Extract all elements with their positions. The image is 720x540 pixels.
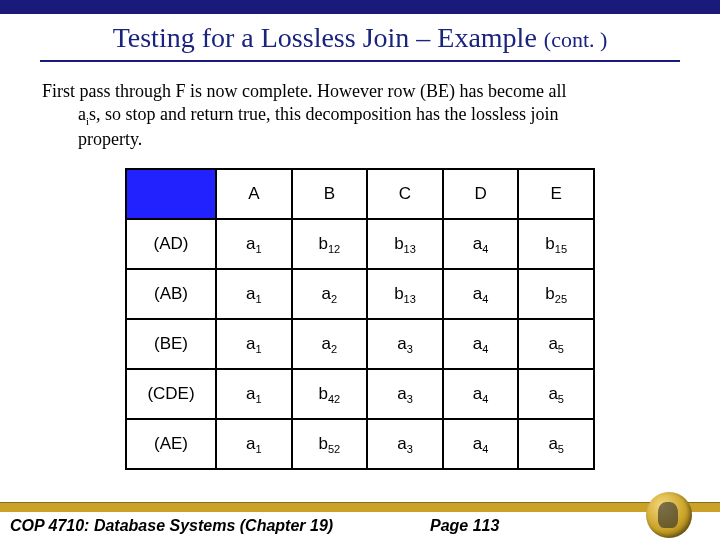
table-cell: a1 bbox=[216, 319, 292, 369]
table-cell: b25 bbox=[518, 269, 594, 319]
table-cell: a4 bbox=[443, 269, 519, 319]
body-line-3: property. bbox=[42, 128, 680, 151]
row-label: (AB) bbox=[126, 269, 216, 319]
row-label: (AE) bbox=[126, 419, 216, 469]
table-cell: b13 bbox=[367, 219, 443, 269]
body-line-2a: a bbox=[78, 104, 86, 124]
table-cell: a5 bbox=[518, 319, 594, 369]
footer: COP 4710: Database Systems (Chapter 19) … bbox=[0, 502, 720, 540]
page-title: Testing for a Lossless Join – Example (c… bbox=[0, 22, 720, 54]
table-cell: b42 bbox=[292, 369, 368, 419]
table-cell: b12 bbox=[292, 219, 368, 269]
table-cell: b13 bbox=[367, 269, 443, 319]
table-cell: a4 bbox=[443, 219, 519, 269]
table-cell: a3 bbox=[367, 419, 443, 469]
title-underline bbox=[40, 60, 680, 62]
header-blank-cell bbox=[126, 169, 216, 219]
footer-page: Page 113 bbox=[430, 517, 499, 535]
table-cell: a4 bbox=[443, 319, 519, 369]
top-bar bbox=[0, 0, 720, 14]
row-label: (CDE) bbox=[126, 369, 216, 419]
table-cell: a1 bbox=[216, 269, 292, 319]
table-cell: a1 bbox=[216, 219, 292, 269]
table-row: (CDE)a1b42a3a4a5 bbox=[126, 369, 594, 419]
col-C: C bbox=[367, 169, 443, 219]
table-cell: a4 bbox=[443, 419, 519, 469]
row-label: (AD) bbox=[126, 219, 216, 269]
row-label: (BE) bbox=[126, 319, 216, 369]
body-line-2b: s, so stop and return true, this decompo… bbox=[89, 104, 558, 124]
table-row: (AE)a1b52a3a4a5 bbox=[126, 419, 594, 469]
table-cell: a1 bbox=[216, 419, 292, 469]
table-cell: b15 bbox=[518, 219, 594, 269]
footer-course: COP 4710: Database Systems (Chapter 19) bbox=[0, 517, 333, 535]
table-cell: a3 bbox=[367, 369, 443, 419]
title-main: Testing for a Lossless Join – Example bbox=[113, 22, 544, 53]
table-row: (AB)a1a2b13a4b25 bbox=[126, 269, 594, 319]
col-D: D bbox=[443, 169, 519, 219]
table-cell: a1 bbox=[216, 369, 292, 419]
body-paragraph: First pass through F is now complete. Ho… bbox=[42, 80, 680, 150]
footer-line: COP 4710: Database Systems (Chapter 19) … bbox=[0, 512, 720, 540]
table-header-row: A B C D E bbox=[126, 169, 594, 219]
table-row: (AD)a1b12b13a4b15 bbox=[126, 219, 594, 269]
body-line-1: First pass through F is now complete. Ho… bbox=[42, 81, 566, 101]
col-B: B bbox=[292, 169, 368, 219]
matrix-table: A B C D E (AD)a1b12b13a4b15(AB)a1a2b13a4… bbox=[125, 168, 595, 470]
col-A: A bbox=[216, 169, 292, 219]
gold-bar bbox=[0, 502, 720, 512]
table-cell: a5 bbox=[518, 419, 594, 469]
col-E: E bbox=[518, 169, 594, 219]
ucf-logo-icon bbox=[646, 492, 692, 538]
table-row: (BE)a1a2a3a4a5 bbox=[126, 319, 594, 369]
title-cont: (cont. ) bbox=[544, 27, 608, 52]
table-cell: a2 bbox=[292, 269, 368, 319]
table-cell: b52 bbox=[292, 419, 368, 469]
matrix-table-wrap: A B C D E (AD)a1b12b13a4b15(AB)a1a2b13a4… bbox=[125, 168, 595, 470]
table-cell: a5 bbox=[518, 369, 594, 419]
table-cell: a3 bbox=[367, 319, 443, 369]
table-cell: a2 bbox=[292, 319, 368, 369]
table-cell: a4 bbox=[443, 369, 519, 419]
